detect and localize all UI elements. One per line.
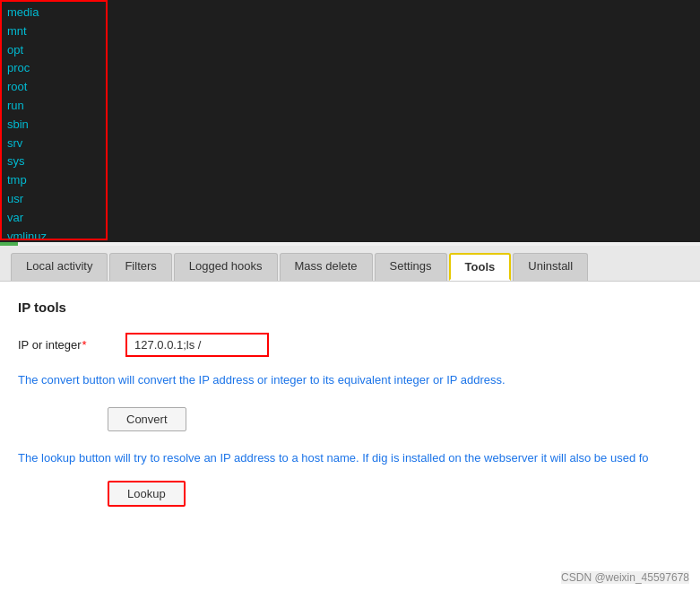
file-list: mediamntoptprocrootrunsbinsrvsystmpusrva…	[7, 4, 693, 242]
convert-button[interactable]: Convert	[108, 407, 186, 431]
file-list-item[interactable]: root	[7, 78, 693, 97]
lookup-button[interactable]: Lookup	[108, 481, 186, 507]
file-list-item[interactable]: proc	[7, 59, 693, 78]
file-list-item[interactable]: opt	[7, 41, 693, 60]
tab-uninstall[interactable]: Uninstall	[513, 253, 588, 281]
tab-logged-hooks[interactable]: Logged hooks	[174, 253, 278, 281]
ip-form-row: IP or integer*	[18, 333, 682, 357]
tab-tools[interactable]: Tools	[449, 253, 512, 281]
file-list-item[interactable]: sys	[7, 152, 693, 171]
info-text-convert: The convert button will convert the IP a…	[18, 371, 682, 389]
tab-mass-delete[interactable]: Mass delete	[280, 253, 373, 281]
section-title: IP tools	[18, 300, 682, 315]
ip-input[interactable]	[125, 333, 269, 357]
file-list-item[interactable]: tmp	[7, 171, 693, 190]
info-text-lookup: The lookup button will try to resolve an…	[18, 449, 682, 467]
file-list-item[interactable]: vmlinuz	[7, 228, 693, 242]
file-list-item[interactable]: sbin	[7, 116, 693, 135]
main-content: IP tools IP or integer* The convert butt…	[0, 282, 700, 591]
tab-settings[interactable]: Settings	[375, 253, 447, 281]
required-star: *	[82, 338, 87, 352]
convert-btn-wrapper: Convert	[18, 407, 682, 431]
file-list-item[interactable]: media	[7, 4, 693, 22]
tabs-container: Local activityFiltersLogged hooksMass de…	[0, 246, 700, 282]
lookup-btn-wrapper: Lookup	[18, 481, 682, 507]
watermark: CSDN @weixin_45597678	[561, 571, 689, 584]
tab-local-activity[interactable]: Local activity	[11, 253, 108, 281]
file-list-item[interactable]: var	[7, 209, 693, 228]
file-list-item[interactable]: srv	[7, 135, 693, 153]
file-list-item[interactable]: run	[7, 97, 693, 116]
ip-label: IP or integer*	[18, 338, 125, 352]
file-browser: mediamntoptprocrootrunsbinsrvsystmpusrva…	[0, 0, 700, 242]
file-list-item[interactable]: mnt	[7, 22, 693, 41]
file-list-item[interactable]: usr	[7, 190, 693, 209]
ip-input-wrapper	[125, 333, 269, 357]
tab-filters[interactable]: Filters	[109, 253, 171, 281]
